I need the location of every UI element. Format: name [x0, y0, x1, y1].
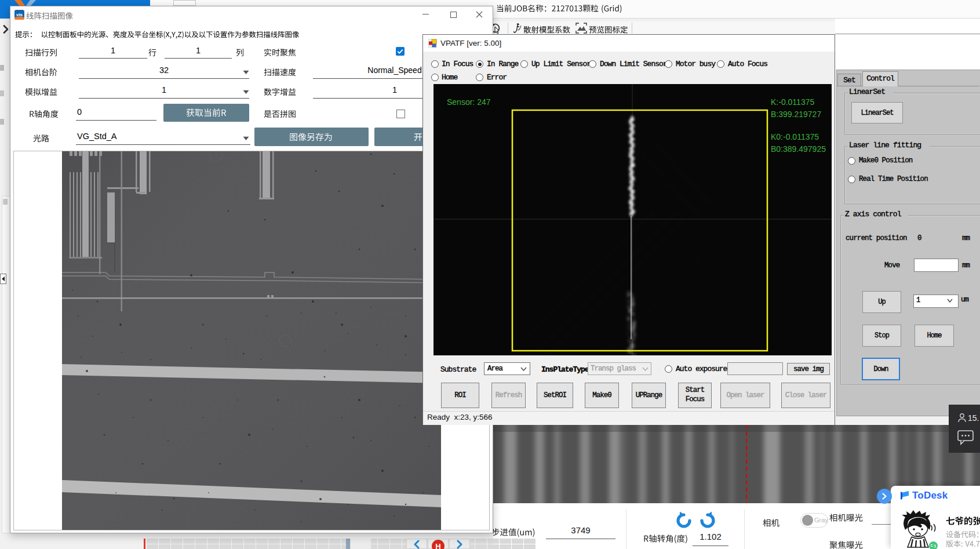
svg-text:vis: vis: [16, 12, 23, 17]
